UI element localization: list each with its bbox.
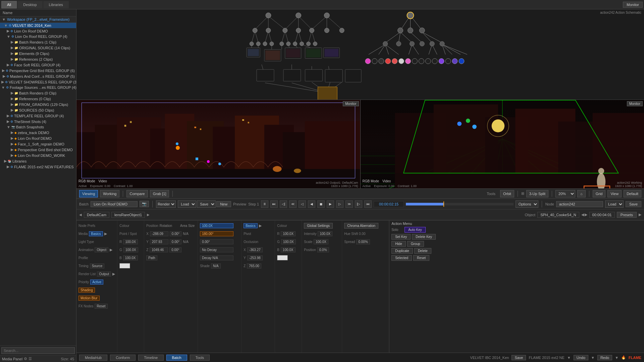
y-pos-val[interactable]: 207.93	[150, 239, 168, 244]
spread-right-val[interactable]: 0.00%	[356, 239, 370, 244]
load2-dropdown[interactable]: Load	[605, 200, 624, 208]
working-btn[interactable]: Working	[100, 190, 119, 197]
prev-frame[interactable]: ◁|	[280, 200, 287, 208]
tab-batch[interactable]: Batch	[166, 355, 187, 361]
undo-arrow[interactable]: ▼	[591, 356, 595, 360]
tab-tools[interactable]: Tools	[190, 355, 210, 361]
tab-all[interactable]: All	[1, 1, 17, 8]
tree-item-face-soft[interactable]: ▶ ⚙ Face Soft REEL GROUP (4)	[0, 62, 76, 68]
obj-arrow[interactable]: ▶	[110, 248, 112, 252]
shade-val[interactable]: N/A	[211, 263, 221, 268]
basics-right-arrow[interactable]: ▶	[259, 224, 262, 228]
tree-item-batch-renders[interactable]: ▶ 📁 Batch Renders (1 Clip)	[0, 39, 76, 45]
shading-val[interactable]: Shading	[78, 288, 95, 293]
color-swatch-white[interactable]	[119, 263, 130, 268]
control-point-1[interactable]	[176, 142, 178, 145]
global-settings-btn[interactable]: Global Settings	[304, 223, 333, 229]
decay-na-val[interactable]: Decay N/A	[200, 255, 233, 260]
right-monitor-btn[interactable]: Monitor	[627, 101, 643, 106]
tree-item-lion2[interactable]: ▶ ◆ Lion On Roof DEMO	[0, 135, 76, 141]
y-rot-val[interactable]: 0.00°	[170, 239, 181, 244]
source-val[interactable]: Source	[90, 263, 105, 268]
output-arrow[interactable]: ▶	[112, 272, 115, 276]
b-val[interactable]: 100.0X	[123, 255, 138, 260]
play-pause-btn[interactable]: ⏸	[261, 200, 268, 208]
delete-key-btn[interactable]: Delete Key	[412, 234, 436, 240]
set-key-btn[interactable]: Set Key	[391, 234, 411, 240]
load-dropdown[interactable]: Load	[178, 200, 196, 208]
g-val[interactable]: 100.0X	[123, 247, 138, 252]
tree-item-footage[interactable]: ▼ ⚙ Footage Sources ...es REEL GROUP (4)	[0, 85, 76, 90]
home-btn[interactable]: ⌂	[577, 190, 586, 197]
tree-item-zebra[interactable]: ▶ ◆ zebra_track DEMO	[0, 130, 76, 135]
default-cam-display[interactable]: DefaultCam	[84, 212, 109, 218]
tree-item-grading[interactable]: ▶ 📁 FROM_GRADING (129 Clips)	[0, 102, 76, 107]
search-input[interactable]	[1, 347, 75, 354]
x-pivot-val[interactable]: -363.27	[247, 247, 263, 252]
orbit-btn[interactable]: Orbit	[500, 190, 514, 197]
basics-btn[interactable]: Basics	[89, 231, 103, 236]
tree-item-batch-renders2[interactable]: ▶ 📁 Batch Renders (0 Clip)	[0, 90, 76, 96]
cam-arrow-right[interactable]: ▶	[147, 213, 150, 217]
tree-item-masters[interactable]: ▶ ⚙ Masters And Conf...s REEL GROUP (5)	[0, 73, 76, 79]
next-frame[interactable]: |▷	[355, 200, 362, 208]
capture-btn[interactable]: 📷	[140, 201, 149, 207]
compare-btn[interactable]: Compare	[126, 190, 148, 197]
tree-item-flame-features[interactable]: ▶ ⚙ FLAME 2015 ext2 NEW FEATURES	[0, 164, 76, 170]
r-right-val[interactable]: 100.0X	[281, 231, 296, 236]
reset-val[interactable]: Reset	[95, 304, 107, 309]
tree-item-persp-bird[interactable]: ▶ ◆ Perspective Grid Bird shot DEMO	[0, 147, 76, 153]
next10[interactable]: ≫	[345, 200, 353, 208]
monitor-button[interactable]: Monitor	[623, 2, 643, 8]
tree-item-lion-reel[interactable]: ▼ ⚙ Lion On Roof REEL GROUP (4)	[0, 34, 76, 39]
cam-arrow-left[interactable]: ◀	[79, 213, 82, 217]
z-rot-val[interactable]: 0.00°	[169, 247, 181, 252]
tree-item-references[interactable]: ▶ 📁 References (2 Clips)	[0, 56, 76, 62]
play-fwd[interactable]: ▶	[327, 200, 334, 208]
prev-small[interactable]: ◁	[299, 200, 306, 208]
redo-btn[interactable]: Redo	[597, 355, 612, 360]
tree-item-batch-snap[interactable]: ▼ 📷 Batch Snapshots	[0, 124, 76, 130]
r-val[interactable]: 100.0X	[123, 239, 138, 244]
save2-btn[interactable]: Save	[626, 201, 641, 207]
new-btn[interactable]: New	[216, 201, 231, 207]
next-small[interactable]: ▷	[336, 200, 343, 208]
position-right-val[interactable]: 0.0%	[317, 247, 329, 252]
presets-arrow[interactable]: ▶	[639, 213, 641, 217]
prev10[interactable]: ≪	[289, 200, 297, 208]
x-pos-val[interactable]: -288.09	[150, 231, 168, 236]
falloff-val[interactable]: 0.00°	[200, 239, 233, 244]
render-dropdown[interactable]: Render	[156, 200, 176, 208]
step-fwd-btn[interactable]: ⏭	[270, 200, 278, 208]
tab-desktop[interactable]: Desktop	[17, 1, 42, 8]
presets-btn[interactable]: Presets	[617, 212, 637, 218]
grid-btn[interactable]: Grid	[593, 190, 606, 197]
tree-item-sources[interactable]: ▶ 📁 SOURCES (50 Clips)	[0, 107, 76, 113]
zoom-select[interactable]: 20% 50% 100%	[555, 190, 575, 197]
tab-mediahub[interactable]: MediaHub	[79, 355, 107, 361]
left-monitor-btn[interactable]: Monitor	[343, 101, 359, 106]
selected-btn[interactable]: Selected	[391, 255, 412, 261]
motion-blur-val[interactable]: Motion Blur	[78, 296, 100, 301]
tree-item-velvet[interactable]: ▼ ⚙ VELVET IBC 2014_Ken	[0, 23, 76, 28]
basics-arrow[interactable]: ▶	[104, 232, 107, 236]
tree-item-libraries[interactable]: ▶ 📚 Libraries	[0, 158, 76, 164]
g-right-val[interactable]: 100.0X	[281, 239, 296, 244]
b-right-val[interactable]: 100.0X	[281, 247, 296, 252]
duplicate-btn[interactable]: Duplicate	[391, 248, 413, 254]
color-swatch-right[interactable]	[277, 255, 288, 260]
intensity-right-val[interactable]: 100.0X	[318, 231, 332, 236]
group-btn[interactable]: Group	[407, 241, 424, 247]
stop[interactable]: ◼	[317, 200, 325, 208]
version-arrow[interactable]: ▼	[567, 356, 571, 360]
hide-btn[interactable]: Hide	[391, 241, 406, 247]
spread-val[interactable]: 180.00°	[200, 231, 233, 236]
intensity-val[interactable]: 100.0X	[200, 223, 233, 228]
tree-item-lion-demo[interactable]: ▶ ⚙ Lion On Roof DEMO	[0, 28, 76, 34]
workspace-label[interactable]: Workspace (FP_2...elvet_Framestore)	[7, 17, 69, 21]
panel-settings-icon[interactable]: ⚙	[24, 357, 27, 361]
tree-item-refs2[interactable]: ▶ 📁 References (0 Clip)	[0, 96, 76, 102]
save-bottom-btn[interactable]: Save	[512, 355, 526, 360]
control-point-3[interactable]	[196, 158, 198, 160]
tree-item-lion-work[interactable]: ▶ ◆ Lion On Roof DEMO_WORK	[0, 153, 76, 158]
